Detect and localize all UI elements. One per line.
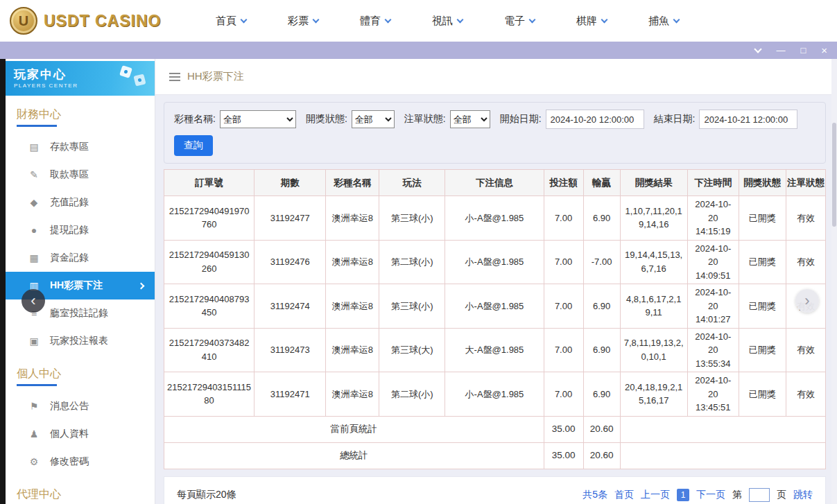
sidebar-item-player-bet-report[interactable]: ▣玩家投注報表: [6, 327, 155, 355]
total-count-text: 共5条: [583, 489, 607, 501]
current-page-badge: 1: [677, 489, 689, 501]
summary-empty: [620, 416, 825, 442]
end-date-input[interactable]: [699, 110, 797, 129]
deposit-icon: ▤: [28, 141, 40, 153]
next-page-link[interactable]: 下一页: [696, 489, 725, 501]
table-body: 215217294049197076031192477澳洲幸运8第三球(小)小-…: [164, 196, 826, 417]
table-cell: 7.00: [544, 196, 583, 241]
chevron-down-icon: [457, 16, 464, 23]
sidebar-item-profile[interactable]: ♟個人資料: [6, 420, 155, 448]
scrollbar-track[interactable]: [831, 59, 837, 504]
nav-item-label: 首頁: [216, 15, 236, 28]
sidebar-item-withdrawal-records[interactable]: ●提現記錄: [6, 216, 155, 244]
summary-label: 當前頁統計: [164, 416, 544, 442]
sidebar-item-label: 廳室投註記錄: [50, 307, 108, 320]
table-cell: 4,8,1,6,17,2,19,11: [620, 284, 687, 329]
table-cell: 6.90: [583, 372, 620, 417]
filter-panel: 彩種名稱: 全部 開獎狀態: 全部 注單狀態: 全部 開始日期:: [164, 102, 826, 164]
withdraw-icon: ✎: [28, 169, 40, 180]
page-jump-input[interactable]: [749, 488, 770, 502]
summary-bet-total: 35.00: [544, 416, 583, 442]
table-cell: 有效: [786, 372, 825, 417]
table-cell: 已開獎: [739, 284, 786, 329]
sidebar-item-announcements[interactable]: ⚑消息公告: [6, 392, 155, 420]
sidebar-item-label: 提現記錄: [50, 224, 89, 236]
table-cell: 2024-10-20 13:55:34: [687, 328, 739, 372]
nav-item-home[interactable]: 首頁: [195, 15, 267, 28]
summary-win-total: 20.60: [583, 416, 620, 442]
sidebar-item-change-password[interactable]: ⚙修改密碼: [6, 448, 155, 476]
summary-bet-total: 35.00: [544, 442, 583, 469]
sidebar-section-finance-center: 財務中心: [6, 96, 155, 127]
window-titlebar: — □ ×: [0, 42, 837, 59]
table-cell: 7.00: [544, 284, 583, 329]
table-cell: 小-A盤@1.985: [445, 196, 544, 241]
sidebar-item-label: 存款專區: [50, 141, 89, 153]
nav-item-label: 電子: [504, 15, 525, 28]
pagination-bar: 每頁顯示20條 共5条 首页 上一页 1 下一页 第 页 跳转: [164, 476, 826, 504]
chevron-down-icon[interactable]: [754, 45, 762, 53]
start-date-label: 開始日期:: [500, 113, 542, 125]
first-page-link[interactable]: 首页: [614, 489, 634, 501]
carousel-prev-button[interactable]: ‹: [21, 289, 45, 313]
page-title: HH彩票下注: [187, 70, 244, 83]
nav-item-lottery[interactable]: 彩票: [267, 15, 339, 28]
maximize-icon[interactable]: □: [800, 46, 806, 55]
table-row: 215217294031511158031192471澳洲幸运8第二球(小)小-…: [164, 372, 826, 417]
bet-report-icon: ▣: [28, 336, 40, 347]
table-cell: 澳洲幸运8: [326, 372, 379, 417]
main-content: HH彩票下注 彩種名稱: 全部 開獎狀態: 全部 注單狀態: 全部: [155, 59, 837, 504]
minimize-icon[interactable]: —: [776, 46, 785, 55]
close-icon[interactable]: ×: [821, 45, 827, 55]
column-header: 玩法: [379, 170, 445, 196]
sidebar: 玩家中心 PLAYERS CENTER 財務中心▤存款專區✎取款專區◆充值記錄●…: [6, 59, 155, 504]
table-cell: 小-A盤@1.985: [445, 284, 544, 329]
order-status-select[interactable]: 全部: [450, 110, 490, 128]
table-row: 215217294045913026031192476澳洲幸运8第二球(小)小-…: [164, 240, 826, 284]
start-date-input[interactable]: [546, 110, 644, 129]
lottery-name-select[interactable]: 全部: [220, 110, 296, 128]
bets-table: 訂單號期數彩種名稱玩法下注信息投注額輸贏開獎結果下注時間開獎狀態注單狀態 215…: [164, 169, 826, 469]
nav-item-sports[interactable]: 體育: [339, 15, 411, 28]
sidebar-item-funds-records[interactable]: ▦資金記錄: [6, 244, 155, 272]
search-button[interactable]: 查詢: [174, 135, 213, 156]
lottery-name-label: 彩種名稱:: [174, 113, 216, 125]
table-cell: 2024-10-20 14:15:19: [687, 196, 739, 241]
menu-icon[interactable]: [169, 73, 180, 81]
table-cell: 31192476: [254, 240, 326, 284]
order-status-label: 注單狀態:: [404, 113, 446, 125]
recharge-record-icon: ◆: [28, 197, 40, 208]
chevron-down-icon: [241, 16, 248, 23]
scrollbar-thumb[interactable]: [832, 123, 836, 227]
nav-item-video[interactable]: 視訊: [411, 15, 483, 28]
table-cell: 6.90: [583, 284, 620, 329]
table-cell: 6.90: [583, 196, 620, 241]
jump-prefix-label: 第: [732, 489, 742, 501]
sidebar-item-withdraw-zone[interactable]: ✎取款專區: [6, 161, 155, 189]
sidebar-item-deposit-zone[interactable]: ▤存款專區: [6, 133, 155, 161]
table-cell: 已開獎: [739, 240, 786, 284]
nav-item-electronic[interactable]: 電子: [483, 15, 555, 28]
sidebar-item-label: 消息公告: [50, 400, 89, 412]
bets-table-panel: 訂單號期數彩種名稱玩法下注信息投注額輸贏開獎結果下注時間開獎狀態注單狀態 215…: [164, 169, 826, 469]
carousel-next-button[interactable]: ›: [795, 289, 819, 313]
nav-item-fishing[interactable]: 捕魚: [628, 15, 700, 28]
sidebar-item-label: 修改密碼: [50, 455, 89, 468]
players-center-header: 玩家中心 PLAYERS CENTER: [6, 61, 155, 96]
table-cell: 澳洲幸运8: [326, 284, 379, 329]
table-cell: 31192477: [254, 196, 326, 241]
page-size-text: 每頁顯示20條: [177, 489, 236, 501]
jump-button[interactable]: 跳转: [793, 489, 813, 501]
chevron-down-icon: [529, 16, 536, 23]
sidebar-item-recharge-records[interactable]: ◆充值記錄: [6, 189, 155, 216]
column-header: 注單狀態: [786, 170, 825, 196]
table-cell: 7.00: [544, 372, 583, 417]
table-cell: 第三球(小): [379, 284, 445, 329]
draw-status-select[interactable]: 全部: [352, 110, 395, 128]
prev-page-link[interactable]: 上一页: [641, 489, 670, 501]
site-logo[interactable]: U USDT CASINO: [10, 7, 180, 35]
topnav-items: 首頁彩票體育視訊電子棋牌捕魚: [195, 15, 700, 28]
summary-empty: [620, 442, 825, 469]
table-cell: 6.90: [583, 328, 620, 372]
nav-item-board-games[interactable]: 棋牌: [555, 15, 628, 28]
